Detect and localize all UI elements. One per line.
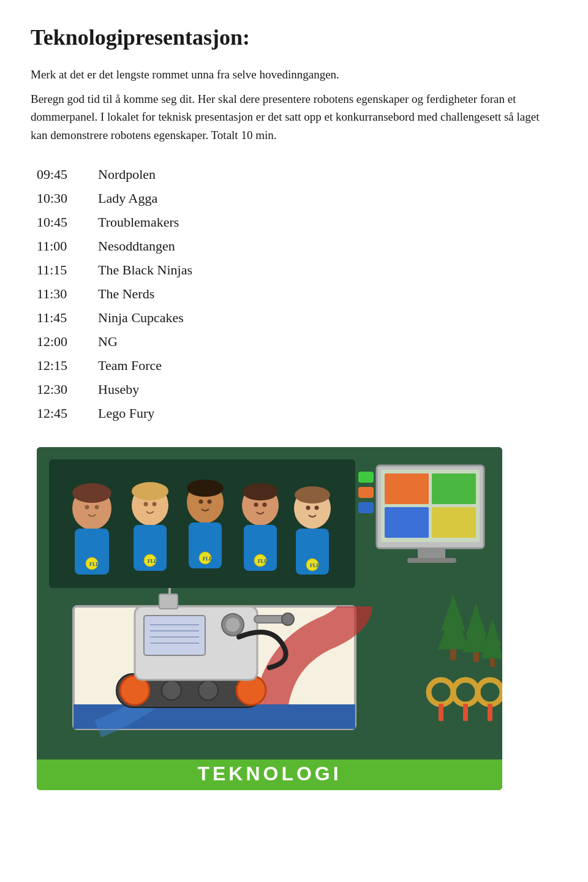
- svg-rect-31: [439, 704, 443, 721]
- schedule-team: NG: [92, 330, 192, 353]
- schedule-row: 10:30 Lady Agga: [37, 186, 192, 210]
- schedule-time: 10:30: [37, 186, 92, 210]
- schedule-team: The Nerds: [92, 282, 192, 306]
- svg-text:TEKNOLOGI: TEKNOLOGI: [197, 763, 341, 785]
- intro-p2: Beregn god tid til å komme seg dit. Her …: [31, 90, 557, 144]
- schedule-team: Nordpolen: [92, 162, 192, 186]
- schedule-team: Troublemakers: [92, 210, 192, 234]
- svg-text:FLL: FLL: [203, 556, 213, 562]
- schedule-time: 12:00: [37, 330, 92, 353]
- svg-point-49: [72, 483, 111, 503]
- schedule-row: 12:30 Huseby: [37, 377, 192, 401]
- svg-rect-42: [418, 548, 445, 559]
- svg-rect-39: [432, 473, 476, 504]
- schedule-team: Team Force: [92, 353, 192, 377]
- svg-point-79: [315, 505, 319, 510]
- schedule-team: Nesoddtangen: [92, 234, 192, 258]
- svg-point-65: [208, 499, 212, 503]
- svg-rect-19: [159, 594, 178, 609]
- svg-rect-45: [358, 487, 374, 498]
- svg-point-70: [243, 483, 278, 500]
- svg-rect-29: [490, 658, 495, 667]
- schedule-time: 12:30: [37, 377, 92, 401]
- svg-point-63: [187, 480, 224, 497]
- svg-rect-43: [407, 558, 456, 563]
- schedule-time: 11:00: [37, 234, 92, 258]
- svg-text:FLL: FLL: [258, 559, 268, 564]
- schedule-time: 12:15: [37, 353, 92, 377]
- schedule-row: 09:45 Nordpolen: [37, 162, 192, 186]
- schedule-row: 12:00 NG: [37, 330, 192, 353]
- svg-point-8: [198, 680, 218, 700]
- svg-point-58: [153, 502, 157, 506]
- schedule-time: 12:45: [37, 401, 92, 425]
- schedule-team: Lady Agga: [92, 186, 192, 210]
- schedule-team: Ninja Cupcakes: [92, 306, 192, 330]
- svg-rect-38: [385, 473, 429, 504]
- schedule-row: 11:00 Nesoddtangen: [37, 234, 192, 258]
- illustration-svg: FLL FLL FLL FLL FLL: [37, 447, 502, 790]
- schedule-time: 10:45: [37, 210, 92, 234]
- schedule-table: 09:45 Nordpolen 10:30 Lady Agga 10:45 Tr…: [37, 162, 192, 425]
- svg-rect-10: [144, 616, 205, 655]
- svg-text:FLL: FLL: [148, 559, 157, 564]
- schedule-section: 09:45 Nordpolen 10:30 Lady Agga 10:45 Tr…: [31, 162, 557, 425]
- svg-text:FLL: FLL: [310, 563, 320, 568]
- schedule-row: 11:45 Ninja Cupcakes: [37, 306, 192, 330]
- svg-rect-26: [473, 652, 479, 662]
- schedule-row: 10:45 Troublemakers: [37, 210, 192, 234]
- intro-paragraphs: Merk at det er det lengste rommet unna f…: [31, 66, 557, 144]
- svg-point-7: [162, 680, 181, 700]
- svg-point-71: [254, 502, 258, 507]
- schedule-team: Huseby: [92, 377, 192, 401]
- svg-point-51: [95, 505, 99, 509]
- svg-point-72: [263, 502, 267, 507]
- svg-point-16: [225, 617, 240, 632]
- svg-point-78: [306, 505, 311, 510]
- svg-rect-33: [463, 704, 468, 721]
- intro-p1: Merk at det er det lengste rommet unna f…: [31, 66, 557, 83]
- svg-point-18: [282, 613, 294, 625]
- schedule-row: 12:15 Team Force: [37, 353, 192, 377]
- schedule-row: 12:45 Lego Fury: [37, 401, 192, 425]
- svg-rect-23: [450, 649, 456, 660]
- svg-rect-46: [358, 502, 374, 513]
- svg-point-57: [144, 502, 148, 506]
- svg-point-64: [199, 499, 203, 503]
- svg-rect-44: [358, 472, 374, 483]
- schedule-row: 11:30 The Nerds: [37, 282, 192, 306]
- schedule-time: 11:30: [37, 282, 92, 306]
- svg-point-56: [132, 482, 168, 500]
- schedule-row: 11:15 The Black Ninjas: [37, 258, 192, 282]
- illustration-container: FLL FLL FLL FLL FLL: [37, 447, 502, 790]
- svg-rect-35: [488, 704, 492, 721]
- svg-text:FLL: FLL: [89, 562, 99, 567]
- schedule-time: 11:15: [37, 258, 92, 282]
- schedule-team: The Black Ninjas: [92, 258, 192, 282]
- svg-point-77: [295, 486, 330, 503]
- svg-point-50: [85, 505, 89, 509]
- schedule-time: 11:45: [37, 306, 92, 330]
- page-title: Teknologipresentasjon:: [31, 24, 557, 51]
- schedule-team: Lego Fury: [92, 401, 192, 425]
- schedule-time: 09:45: [37, 162, 92, 186]
- svg-rect-41: [432, 507, 476, 538]
- svg-rect-40: [385, 507, 429, 538]
